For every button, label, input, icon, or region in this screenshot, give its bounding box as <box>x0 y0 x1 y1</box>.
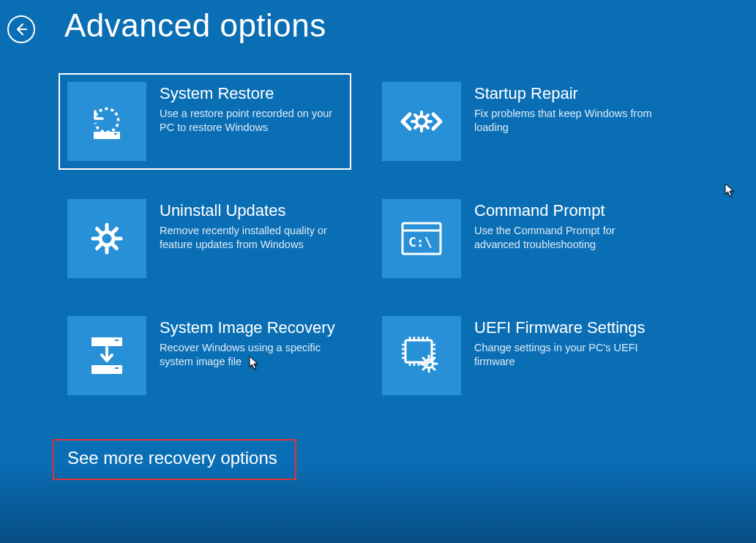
see-more-recovery-options-highlight: See more recovery options <box>53 439 296 480</box>
tile-title: System Image Recovery <box>160 318 343 338</box>
svg-rect-23 <box>91 337 122 346</box>
command-prompt-icon: C:\ <box>382 199 461 278</box>
system-image-recovery-icon <box>67 316 146 395</box>
svg-rect-25 <box>91 365 122 374</box>
svg-rect-1 <box>114 133 117 135</box>
svg-text:C:\: C:\ <box>408 234 433 250</box>
uninstall-updates-icon <box>67 199 146 278</box>
tile-title: Startup Repair <box>474 83 657 104</box>
tile-title: Command Prompt <box>474 201 657 221</box>
svg-line-52 <box>433 358 435 360</box>
tile-title: System Restore <box>160 83 343 104</box>
svg-line-9 <box>415 127 417 129</box>
tile-system-image-recovery[interactable]: System Image Recovery Recover Windows us… <box>59 307 351 404</box>
tile-desc: Change settings in your PC's UEFI firmwa… <box>474 341 657 370</box>
options-grid: System Restore Use a restore point recor… <box>59 73 756 404</box>
svg-rect-0 <box>94 132 120 139</box>
tile-desc: Fix problems that keep Windows from load… <box>474 107 657 135</box>
svg-point-2 <box>416 116 427 127</box>
svg-point-11 <box>100 232 113 245</box>
svg-rect-26 <box>115 367 119 369</box>
tile-desc: Use a restore point recorded on your PC … <box>160 107 343 135</box>
tile-title: Uninstall Updates <box>160 201 343 221</box>
svg-line-8 <box>427 115 429 117</box>
svg-line-54 <box>433 367 435 370</box>
svg-point-46 <box>425 360 433 368</box>
back-button[interactable] <box>7 15 35 43</box>
svg-rect-24 <box>115 340 119 341</box>
tile-desc: Use the Command Prompt for advanced trou… <box>474 224 657 252</box>
svg-line-7 <box>415 115 417 117</box>
tile-uninstall-updates[interactable]: Uninstall Updates Remove recently instal… <box>59 190 351 287</box>
startup-repair-icon <box>382 82 461 161</box>
svg-line-16 <box>97 229 101 233</box>
tile-uefi-firmware-settings[interactable]: UEFI Firmware Settings Change settings i… <box>373 307 666 404</box>
tile-title: UEFI Firmware Settings <box>474 318 657 338</box>
see-more-recovery-options-link[interactable]: See more recovery options <box>67 448 277 468</box>
page-title: Advanced options <box>64 7 326 44</box>
svg-line-53 <box>423 367 425 370</box>
uefi-firmware-icon <box>382 316 461 395</box>
svg-line-51 <box>423 358 425 360</box>
svg-line-10 <box>427 127 429 129</box>
system-restore-icon <box>67 82 146 161</box>
svg-line-18 <box>97 245 101 249</box>
tile-command-prompt[interactable]: C:\ Command Prompt Use the Command Promp… <box>373 190 666 287</box>
tile-desc: Remove recently installed quality or fea… <box>160 224 343 252</box>
svg-line-19 <box>113 245 117 249</box>
svg-line-17 <box>113 229 117 233</box>
arrow-left-icon <box>14 22 29 37</box>
tile-startup-repair[interactable]: Startup Repair Fix problems that keep Wi… <box>373 73 666 170</box>
tile-system-restore[interactable]: System Restore Use a restore point recor… <box>59 73 351 170</box>
tile-desc: Recover Windows using a specific system … <box>160 341 343 370</box>
